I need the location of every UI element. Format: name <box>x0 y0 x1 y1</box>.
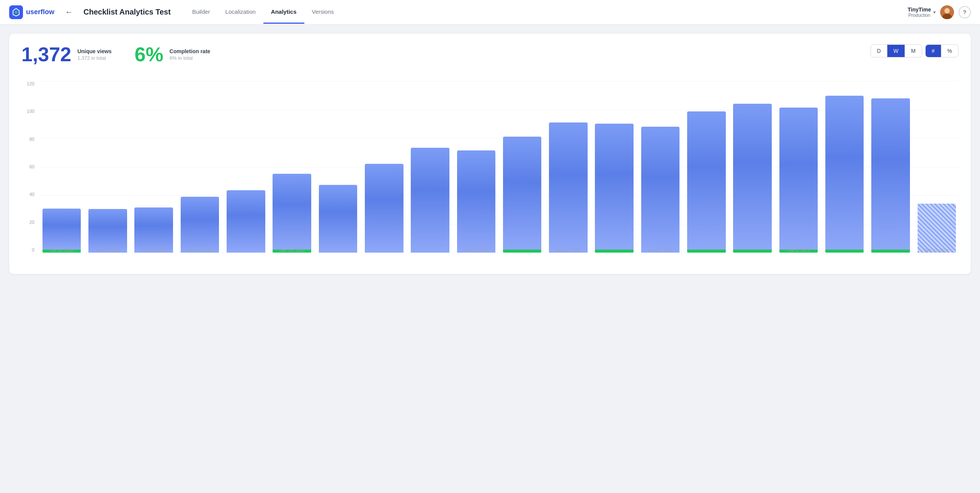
bar-17 <box>825 96 864 250</box>
bar-5 <box>273 174 311 250</box>
bar-green-17 <box>825 250 864 253</box>
bar-green-18 <box>871 250 910 253</box>
x-label-16: Feb 8, 2021 <box>787 248 810 253</box>
tab-analytics[interactable]: Analytics <box>263 1 304 24</box>
svg-point-1 <box>15 11 18 14</box>
bar-col-13: Jan 25, 2021 <box>639 81 682 253</box>
period-day-button[interactable]: D <box>871 45 887 57</box>
stats-and-controls: 1,372 Unique views 1,372 in total 6% Com… <box>21 44 959 73</box>
bar-wrapper-10 <box>500 93 544 253</box>
bar-col-15 <box>730 81 774 253</box>
bar-col-9: Dec 28, 2020 <box>454 81 498 253</box>
period-week-button[interactable]: W <box>887 45 905 57</box>
bar-wrapper-1 <box>86 93 129 253</box>
period-group: D W M <box>871 44 922 57</box>
header: userflow ← Checklist Analytics Test Buil… <box>0 0 980 24</box>
chevron-down-icon: ▾ <box>933 10 936 15</box>
bar-green-10 <box>503 250 542 253</box>
tab-versions[interactable]: Versions <box>304 1 342 24</box>
type-percent-button[interactable]: % <box>941 45 958 57</box>
bar-wrapper-3 <box>178 93 222 253</box>
x-label-19: Feb 22, 2021 <box>924 248 949 253</box>
bar-11 <box>549 122 588 253</box>
avatar-image <box>940 5 954 19</box>
page-title: Checklist Analytics Test <box>83 8 171 16</box>
bar-col-7 <box>362 81 406 253</box>
avatar[interactable] <box>940 5 954 19</box>
x-label-3: Nov 30, 2020 <box>187 248 212 253</box>
bar-col-8 <box>408 81 452 253</box>
period-month-button[interactable]: M <box>905 45 922 57</box>
completion-rate-sublabel: 6% in total <box>170 55 211 61</box>
bar-wrapper-19 <box>915 93 959 253</box>
bar-18 <box>871 98 910 250</box>
y-label-0: 0 <box>22 247 38 253</box>
nav-tabs: Builder Localization Analytics Versions <box>185 1 900 24</box>
bar-wrapper-8 <box>408 93 452 253</box>
unique-views-stat: 1,372 Unique views 1,372 in total <box>21 44 112 64</box>
tab-builder[interactable]: Builder <box>185 1 218 24</box>
logo-icon <box>9 5 23 19</box>
bar-col-2: Nov 16, 2020 <box>132 81 176 253</box>
x-label-2: Nov 16, 2020 <box>141 248 166 253</box>
completion-rate-number: 6% <box>135 44 163 64</box>
type-group: # % <box>925 44 959 57</box>
tab-localization[interactable]: Localization <box>218 1 263 24</box>
bar-col-14 <box>684 81 728 253</box>
logo[interactable]: userflow <box>9 5 54 19</box>
unique-views-number: 1,372 <box>21 44 71 64</box>
bar-col-19: Feb 22, 2021 <box>915 81 959 253</box>
bar-2 <box>134 207 173 253</box>
x-label-1: Nov 2, 2020 <box>96 248 119 253</box>
workspace-name: TinyTime <box>908 7 931 13</box>
bar-wrapper-13 <box>639 93 682 253</box>
bar-13 <box>641 127 680 253</box>
bar-wrapper-2 <box>132 93 176 253</box>
bar-wrapper-17 <box>823 93 866 253</box>
main: 1,372 Unique views 1,372 in total 6% Com… <box>0 24 980 283</box>
bar-wrapper-15 <box>730 93 774 253</box>
bar-col-12 <box>593 81 636 253</box>
bar-wrapper-11 <box>546 93 590 253</box>
bar-12 <box>595 124 634 250</box>
logo-text: userflow <box>26 8 54 16</box>
bar-col-5: Dec 14, 2020 <box>270 81 314 253</box>
bar-16 <box>779 108 818 250</box>
workspace-button[interactable]: TinyTime Production ▾ <box>908 7 936 18</box>
y-label-100: 100 <box>22 109 38 114</box>
bar-wrapper-9 <box>454 93 498 253</box>
bar-14 <box>687 111 726 250</box>
bar-wrapper-16 <box>777 93 820 253</box>
chart-controls: D W M # % <box>871 44 959 57</box>
bar-col-3: Nov 30, 2020 <box>178 81 222 253</box>
y-label-40: 40 <box>22 192 38 197</box>
completion-rate-label: Completion rate <box>170 48 211 54</box>
completion-rate-stat: 6% Completion rate 6% in total <box>135 44 211 64</box>
bar-wrapper-5 <box>270 93 314 253</box>
type-count-button[interactable]: # <box>926 45 941 57</box>
bar-col-10 <box>500 81 544 253</box>
bar-1 <box>88 209 127 253</box>
stats-row: 1,372 Unique views 1,372 in total 6% Com… <box>21 44 210 64</box>
bar-3 <box>181 197 219 253</box>
bar-8 <box>411 148 449 253</box>
chart-inner: 0 20 40 60 80 100 120 <box>40 81 959 265</box>
bar-col-6 <box>316 81 360 253</box>
unique-views-label: Unique views <box>77 48 111 54</box>
bar-10 <box>503 137 542 250</box>
x-label-0: Oct 19, 2020 <box>50 248 74 253</box>
bars-row: Oct 19, 2020Nov 2, 2020Nov 16, 2020Nov 3… <box>40 81 959 265</box>
workspace-env: Production <box>908 13 931 18</box>
y-label-120: 120 <box>22 81 38 87</box>
analytics-card: 1,372 Unique views 1,372 in total 6% Com… <box>9 34 971 274</box>
bar-6 <box>319 185 358 253</box>
x-label-9: Dec 28, 2020 <box>464 248 488 253</box>
y-label-60: 60 <box>22 164 38 170</box>
y-label-80: 80 <box>22 137 38 142</box>
help-button[interactable]: ? <box>959 6 971 18</box>
bar-green-15 <box>733 250 772 253</box>
back-button[interactable]: ← <box>62 6 76 18</box>
x-label-13: Jan 25, 2021 <box>648 248 673 253</box>
bar-wrapper-6 <box>316 93 360 253</box>
y-label-20: 20 <box>22 220 38 225</box>
